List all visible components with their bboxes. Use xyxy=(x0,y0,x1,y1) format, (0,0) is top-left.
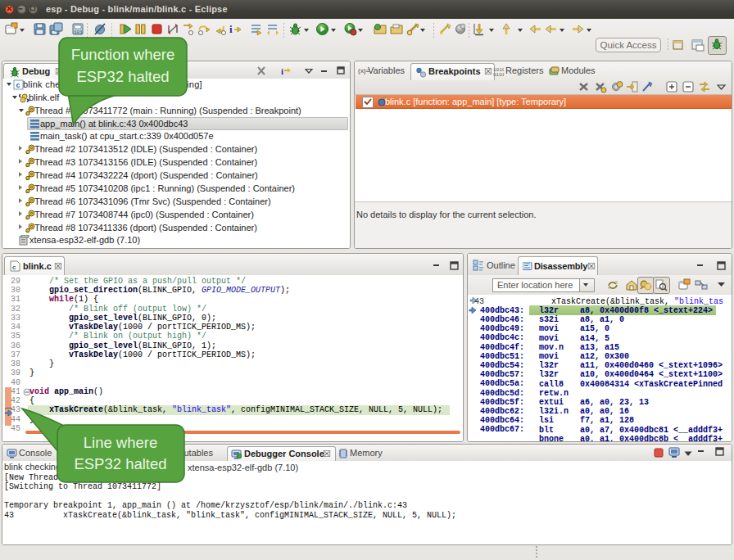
svg-text:i: i xyxy=(281,66,283,76)
svg-text:i: i xyxy=(229,23,233,35)
svg-text:101: 101 xyxy=(74,29,83,35)
svg-text:c: c xyxy=(16,81,20,89)
svg-text:0101: 0101 xyxy=(493,72,504,77)
svg-text:c: c xyxy=(12,264,16,271)
